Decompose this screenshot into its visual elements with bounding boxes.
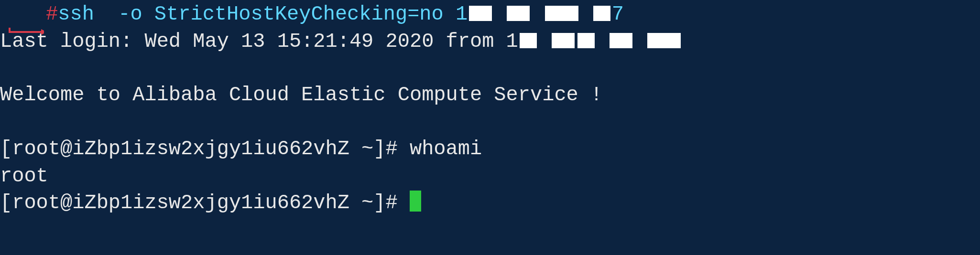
- blank-line: [0, 109, 980, 136]
- ssh-command-line: #ssh -o StrictHostKeyChecking=no 1 7: [0, 1, 980, 28]
- redacted-block: [577, 33, 595, 48]
- hash-prompt: #: [46, 3, 58, 26]
- last-login-line: Last login: Wed May 13 15:21:49 2020 fro…: [0, 28, 980, 55]
- current-prompt-line[interactable]: [root@iZbp1izsw2xjgy1iu662vhZ ~]#: [0, 190, 980, 217]
- redacted-block: [520, 33, 537, 48]
- whoami-output: root: [0, 163, 980, 190]
- ssh-command-text: ssh -o StrictHostKeyChecking=no 1: [58, 3, 468, 26]
- welcome-message: Welcome to Alibaba Cloud Elastic Compute…: [0, 82, 980, 109]
- terminal-window[interactable]: #ssh -o StrictHostKeyChecking=no 1 7 Las…: [0, 1, 980, 217]
- redacted-block: [507, 6, 530, 21]
- redacted-block: [610, 33, 632, 48]
- shell-prompt: [root@iZbp1izsw2xjgy1iu662vhZ ~]#: [0, 138, 410, 160]
- shell-prompt: [root@iZbp1izsw2xjgy1iu662vhZ ~]#: [0, 191, 410, 214]
- blank-line: [0, 55, 980, 82]
- redacted-block: [552, 33, 575, 48]
- redacted-block: [545, 6, 578, 21]
- redacted-block: [469, 6, 492, 21]
- ip-tail: 7: [612, 3, 624, 26]
- redacted-block: [593, 6, 610, 21]
- svg-marker-2: [41, 29, 44, 35]
- redacted-block: [647, 33, 681, 48]
- cursor-block: [410, 191, 421, 212]
- last-login-text: Last login: Wed May 13 15:21:49 2020 fro…: [0, 30, 518, 53]
- whoami-command: whoami: [410, 138, 482, 160]
- whoami-prompt-line: [root@iZbp1izsw2xjgy1iu662vhZ ~]# whoami: [0, 136, 980, 163]
